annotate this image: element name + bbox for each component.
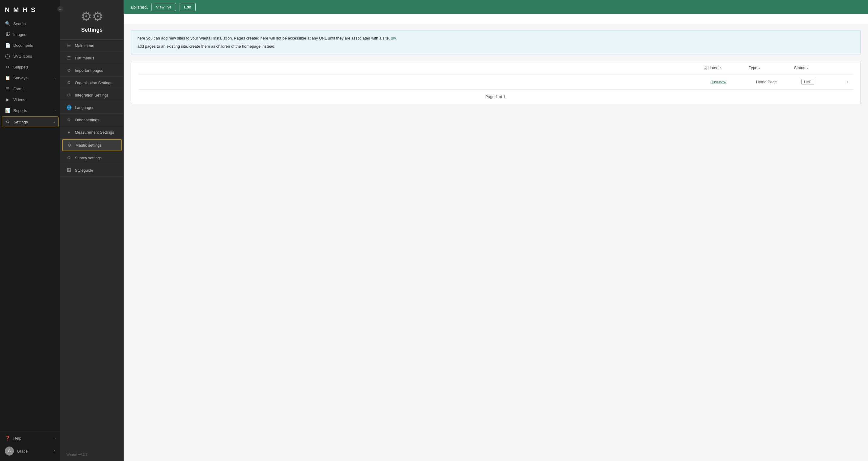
- sidebar-item-label: Documents: [13, 43, 33, 48]
- sort-icon: ∨: [806, 66, 809, 69]
- row-navigate-button[interactable]: ›: [846, 79, 848, 85]
- settings-nav-measurement-settings[interactable]: ● Measurement Settings: [60, 126, 123, 138]
- settings-panel: ⚙⚙ Settings ☰ Main menu ☰ Flat menus ⚙ I…: [60, 0, 124, 461]
- list-icon: ☰: [66, 56, 71, 60]
- settings-nav-survey-settings[interactable]: ⚙ Survey settings: [60, 152, 123, 164]
- sidebar-item-forms[interactable]: ☰ Forms: [0, 83, 60, 94]
- table-header: Updated ∧ Type ∨ Status ∨: [138, 61, 853, 74]
- settings-nav-label: Measurement Settings: [75, 130, 114, 135]
- view-live-button[interactable]: View live: [152, 3, 176, 11]
- reports-icon: 📊: [5, 108, 10, 113]
- gear-icon: ⚙: [67, 143, 72, 147]
- sidebar-item-label: Search: [13, 22, 26, 26]
- user-name: Grace: [17, 449, 28, 454]
- sidebar-bottom: ❓ Help › G Grace ∧: [0, 430, 60, 461]
- sidebar-item-label: Videos: [13, 97, 25, 102]
- chevron-right-icon: ›: [55, 76, 56, 80]
- sidebar-item-label: Help: [13, 436, 22, 440]
- edit-button[interactable]: Edit: [180, 3, 195, 11]
- sidebar-collapse-button[interactable]: ←: [57, 6, 63, 12]
- globe-icon: 🌐: [66, 105, 71, 110]
- sidebar-item-surveys[interactable]: 📋 Surveys ›: [0, 72, 60, 83]
- svg-icons-icon: ◯: [5, 54, 10, 59]
- content-area: here you can add new sites to your Wagta…: [124, 14, 868, 461]
- gear-icon: ⚙: [66, 93, 71, 97]
- settings-nav-label: Main menu: [75, 43, 94, 48]
- settings-nav-label: Languages: [75, 105, 94, 110]
- top-bar: ublished. View live Edit: [124, 0, 868, 14]
- info-line2: add pages to an existing site, create th…: [137, 43, 855, 50]
- sidebar-item-search[interactable]: 🔍 Search: [0, 18, 60, 29]
- info-line1: here you can add new sites to your Wagta…: [137, 35, 855, 42]
- snippets-icon: ✂: [5, 65, 10, 69]
- settings-nav-integration-settings[interactable]: ⚙ Integration Settings: [60, 89, 123, 101]
- info-banner: here you can add new sites to your Wagta…: [131, 30, 861, 55]
- column-header-updated[interactable]: Updated ∧: [704, 65, 743, 70]
- updated-column-label: Updated: [704, 65, 718, 70]
- settings-nav-label: Other settings: [75, 118, 99, 122]
- settings-header: ⚙⚙ Settings: [60, 0, 123, 39]
- status-badge: LIVE: [801, 79, 814, 85]
- settings-nav-label: Organisation Settings: [75, 80, 112, 85]
- main-content: ublished. View live Edit here you can ad…: [124, 0, 868, 461]
- sidebar-item-help[interactable]: ❓ Help ›: [0, 433, 60, 443]
- sidebar-item-videos[interactable]: ▶ Videos: [0, 94, 60, 105]
- gear-icon: ⚙: [66, 80, 71, 85]
- avatar: G: [5, 447, 14, 456]
- sidebar-item-svg-icons[interactable]: ◯ SVG Icons: [0, 51, 60, 62]
- settings-nav-label: Important pages: [75, 68, 103, 73]
- search-icon: 🔍: [5, 21, 10, 26]
- settings-gear-icon: ⚙⚙: [81, 9, 103, 24]
- row-type: Home Page: [756, 80, 795, 84]
- settings-nav-label: Survey settings: [75, 156, 102, 160]
- gear-icon: ⚙: [66, 68, 71, 73]
- settings-nav-label: Styleguide: [75, 168, 93, 172]
- list-icon: ☰: [66, 43, 71, 48]
- sidebar-nav: 🔍 Search 🖼 Images 📄 Documents ◯ SVG Icon…: [0, 18, 60, 430]
- sidebar-item-label: SVG Icons: [13, 54, 32, 59]
- sidebar-item-label: Snippets: [13, 65, 29, 69]
- videos-icon: ▶: [5, 97, 10, 102]
- sidebar-item-documents[interactable]: 📄 Documents: [0, 40, 60, 51]
- sidebar-item-reports[interactable]: 📊 Reports ›: [0, 105, 60, 116]
- settings-nav-flat-menus[interactable]: ☰ Flat menus: [60, 52, 123, 64]
- forms-icon: ☰: [5, 86, 10, 91]
- app-logo: N M H S: [0, 0, 60, 18]
- sidebar-item-snippets[interactable]: ✂ Snippets: [0, 62, 60, 72]
- status-column-label: Status: [794, 65, 805, 70]
- sidebar-item-images[interactable]: 🖼 Images: [0, 29, 60, 40]
- settings-nav-label: Flat menus: [75, 56, 94, 60]
- topbar-text: ublished.: [131, 5, 148, 10]
- settings-nav-main-menu[interactable]: ☰ Main menu: [60, 39, 123, 52]
- column-header-status[interactable]: Status ∨: [794, 65, 833, 70]
- settings-nav-mautic-settings[interactable]: ⚙ Mautic settings: [62, 139, 122, 151]
- info-link[interactable]: ow.: [391, 36, 397, 40]
- settings-nav-styleguide[interactable]: 🖼 Styleguide: [60, 164, 123, 176]
- chevron-up-icon: ∧: [54, 450, 56, 453]
- documents-icon: 📄: [5, 43, 10, 48]
- settings-nav-label: Integration Settings: [75, 93, 108, 97]
- settings-nav-other-settings[interactable]: ⚙ Other settings: [60, 114, 123, 126]
- settings-nav-label: Mautic settings: [75, 143, 102, 147]
- settings-version: Wagtail v4.2.2: [60, 448, 123, 461]
- sidebar-item-label: Settings: [13, 120, 28, 124]
- settings-nav-languages[interactable]: 🌐 Languages: [60, 101, 123, 114]
- sort-icon: ∨: [758, 66, 761, 69]
- row-updated[interactable]: Just now: [711, 80, 750, 84]
- image-icon: 🖼: [66, 168, 71, 172]
- chevron-right-icon: ›: [55, 109, 56, 112]
- sidebar-item-user[interactable]: G Grace ∧: [0, 443, 60, 459]
- type-column-label: Type: [749, 65, 757, 70]
- sidebar-item-label: Forms: [13, 87, 25, 91]
- settings-icon: ⚙: [5, 120, 10, 124]
- gear-icon: ⚙: [66, 118, 71, 122]
- settings-nav-important-pages[interactable]: ⚙ Important pages: [60, 64, 123, 77]
- circle-icon: ●: [66, 130, 71, 135]
- sidebar-item-label: Surveys: [13, 76, 28, 80]
- column-header-type[interactable]: Type ∨: [749, 65, 788, 70]
- table-row: Just now Home Page LIVE ›: [138, 74, 853, 90]
- sidebar-item-settings[interactable]: ⚙ Settings ‹: [2, 117, 59, 127]
- sidebar: ← N M H S 🔍 Search 🖼 Images 📄 Documents …: [0, 0, 60, 461]
- sort-asc-icon: ∧: [719, 66, 722, 69]
- settings-nav-organisation-settings[interactable]: ⚙ Organisation Settings: [60, 77, 123, 89]
